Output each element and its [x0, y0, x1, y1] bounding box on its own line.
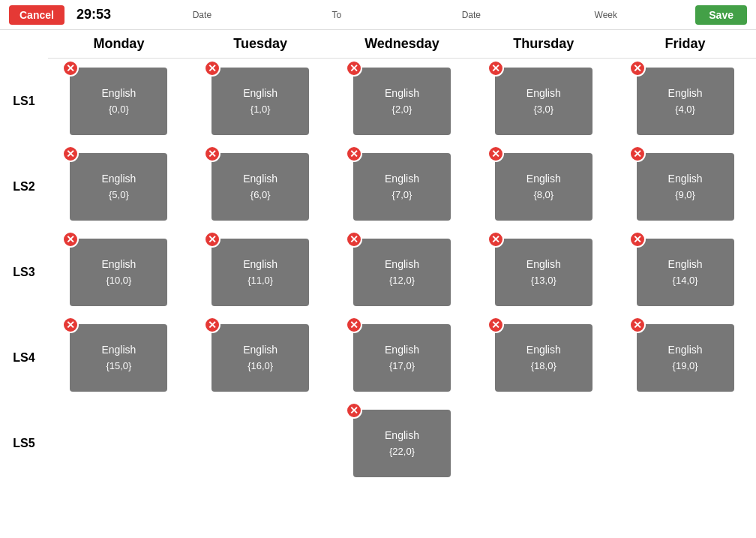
date-from-label: Date: [193, 10, 212, 20]
cell-wrapper: ✕English{12,0}: [332, 239, 473, 306]
schedule-card[interactable]: English{11,0}: [212, 239, 309, 306]
schedule-card[interactable]: English{3,0}: [495, 68, 592, 135]
day-header-wednesday: Wednesday: [332, 30, 473, 58]
schedule-card[interactable]: English{8,0}: [495, 153, 592, 221]
cell-wrapper: ✕English{2,0}: [332, 68, 473, 135]
remove-card-button[interactable]: ✕: [629, 317, 646, 333]
cell-wrapper: ✕English{19,0}: [614, 324, 756, 392]
cancel-button[interactable]: Cancel: [9, 5, 64, 25]
day-cells-row-0: ✕English{0,0}✕English{1,0}✕English{2,0}✕…: [48, 68, 756, 135]
schedule-card[interactable]: English{6,0}: [212, 153, 309, 221]
remove-card-button[interactable]: ✕: [629, 146, 646, 162]
remove-card-button[interactable]: ✕: [346, 146, 362, 162]
row-label-ls2: LS2: [0, 180, 48, 194]
remove-card-button[interactable]: ✕: [346, 231, 362, 248]
row-label-ls1: LS1: [0, 95, 48, 108]
row-label-ls5: LS5: [0, 437, 48, 450]
card-coords: {13,0}: [531, 273, 556, 289]
cell-wrapper: ✕English{18,0}: [472, 324, 614, 392]
cell-wrapper: [614, 410, 756, 477]
card-subject: English: [385, 170, 419, 187]
remove-card-button[interactable]: ✕: [629, 60, 646, 77]
schedule-card[interactable]: English{19,0}: [637, 324, 734, 392]
card-subject: English: [526, 341, 561, 358]
cell-wrapper: ✕English{6,0}: [190, 153, 332, 221]
cell-inner: ✕English{15,0}: [70, 324, 167, 392]
schedule-card[interactable]: English{5,0}: [70, 153, 167, 221]
schedule-card[interactable]: English{4,0}: [637, 68, 734, 135]
day-header-monday: Monday: [48, 30, 190, 58]
cell-inner: ✕English{10,0}: [70, 239, 167, 306]
schedule-card[interactable]: English{0,0}: [70, 68, 167, 135]
save-button[interactable]: Save: [695, 5, 747, 25]
cell-inner: ✕English{17,0}: [353, 324, 451, 392]
grid-row: LS5✕English{22,0}: [0, 401, 756, 486]
cell-inner: ✕English{5,0}: [70, 153, 167, 221]
cell-inner: ✕English{13,0}: [495, 239, 592, 306]
cell-wrapper: ✕English{4,0}: [614, 68, 756, 135]
cell-wrapper: ✕English{22,0}: [332, 410, 473, 477]
schedule-card[interactable]: English{18,0}: [495, 324, 592, 392]
grid-row: LS4✕English{15,0}✕English{16,0}✕English{…: [0, 315, 756, 401]
remove-card-button[interactable]: ✕: [346, 60, 362, 77]
card-subject: English: [385, 256, 419, 272]
cell-wrapper: [48, 410, 190, 477]
remove-card-button[interactable]: ✕: [346, 317, 362, 333]
cell-inner: [70, 410, 167, 477]
empty-cell: [637, 410, 734, 477]
schedule-card[interactable]: English{22,0}: [353, 410, 451, 477]
card-coords: {0,0}: [109, 102, 129, 118]
card-subject: English: [668, 85, 703, 101]
schedule-card[interactable]: English{10,0}: [70, 239, 167, 306]
remove-card-button[interactable]: ✕: [488, 60, 504, 77]
row-label-ls3: LS3: [0, 266, 48, 279]
cell-inner: ✕English{4,0}: [637, 68, 734, 135]
card-subject: English: [385, 427, 419, 443]
card-coords: {17,0}: [389, 359, 415, 374]
date-from-col: Date: [157, 10, 247, 20]
remove-card-button[interactable]: ✕: [488, 231, 504, 248]
cell-inner: ✕English{12,0}: [353, 239, 451, 306]
day-cells-row-1: ✕English{5,0}✕English{6,0}✕English{7,0}✕…: [48, 153, 756, 221]
schedule-card[interactable]: English{7,0}: [353, 153, 451, 221]
remove-card-button[interactable]: ✕: [346, 402, 362, 419]
card-coords: {11,0}: [248, 273, 273, 289]
schedule-card[interactable]: English{15,0}: [70, 324, 167, 392]
card-coords: {5,0}: [109, 188, 129, 203]
cell-wrapper: ✕English{17,0}: [332, 324, 473, 392]
schedule-card[interactable]: English{13,0}: [495, 239, 592, 306]
schedule-card[interactable]: English{9,0}: [637, 153, 734, 221]
card-subject: English: [668, 341, 703, 358]
card-coords: {2,0}: [392, 102, 412, 118]
grid-row: LS2✕English{5,0}✕English{6,0}✕English{7,…: [0, 144, 756, 230]
card-coords: {14,0}: [673, 273, 698, 289]
card-subject: English: [101, 341, 136, 358]
schedule-card[interactable]: English{2,0}: [353, 68, 451, 135]
schedule-card[interactable]: English{1,0}: [212, 68, 309, 135]
cell-wrapper: ✕English{13,0}: [472, 239, 614, 306]
day-header-thursday: Thursday: [472, 30, 614, 58]
cell-inner: [637, 410, 734, 477]
card-subject: English: [101, 85, 136, 101]
schedule-card[interactable]: English{14,0}: [637, 239, 734, 306]
cell-inner: ✕English{2,0}: [353, 68, 451, 135]
schedule-grid: LS1✕English{0,0}✕English{1,0}✕English{2,…: [0, 59, 756, 486]
card-coords: {12,0}: [389, 273, 415, 289]
card-coords: {18,0}: [531, 359, 556, 374]
remove-card-button[interactable]: ✕: [488, 317, 504, 333]
cell-inner: ✕English{7,0}: [353, 153, 451, 221]
card-coords: {22,0}: [389, 444, 415, 460]
card-coords: {3,0}: [533, 102, 554, 118]
card-subject: English: [385, 85, 419, 101]
schedule-card[interactable]: English{17,0}: [353, 324, 451, 392]
card-subject: English: [668, 256, 703, 272]
card-subject: English: [668, 170, 703, 187]
empty-cell: [70, 410, 167, 477]
remove-card-button[interactable]: ✕: [629, 231, 646, 248]
schedule-card[interactable]: English{16,0}: [212, 324, 309, 392]
schedule-card[interactable]: English{12,0}: [353, 239, 451, 306]
cell-wrapper: ✕English{8,0}: [472, 153, 614, 221]
cell-wrapper: ✕English{5,0}: [48, 153, 190, 221]
to-label: To: [332, 10, 342, 20]
remove-card-button[interactable]: ✕: [488, 146, 504, 162]
